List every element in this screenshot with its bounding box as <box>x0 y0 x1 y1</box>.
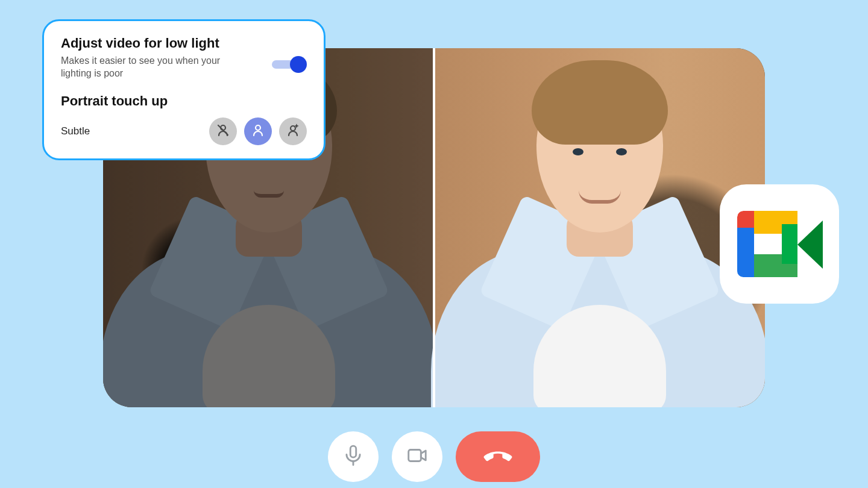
touchup-title: Portrait touch up <box>61 93 307 109</box>
video-after <box>434 48 765 407</box>
microphone-icon <box>342 444 365 469</box>
end-call-button[interactable] <box>456 431 540 482</box>
lowlight-toggle[interactable] <box>272 56 307 72</box>
svg-point-3 <box>291 126 295 131</box>
svg-rect-6 <box>409 450 421 461</box>
call-controls <box>328 431 540 482</box>
hangup-icon <box>482 440 514 474</box>
person-off-icon <box>216 123 230 140</box>
lowlight-title: Adjust video for low light <box>61 36 307 51</box>
touchup-option-enhanced[interactable] <box>279 117 307 145</box>
touchup-level-label: Subtle <box>61 125 90 137</box>
app-canvas: Adjust video for low light Makes it easi… <box>0 0 868 488</box>
person-icon <box>251 123 265 140</box>
touchup-option-subtle[interactable] <box>244 117 272 145</box>
svg-rect-4 <box>350 446 356 457</box>
touchup-option-off[interactable] <box>209 117 237 145</box>
touchup-options <box>209 117 307 145</box>
video-camera-icon <box>406 444 429 469</box>
person-sparkle-icon <box>286 123 300 140</box>
mute-button[interactable] <box>328 431 379 482</box>
comparison-divider <box>433 48 435 407</box>
google-meet-badge <box>720 184 839 304</box>
video-settings-popover: Adjust video for low light Makes it easi… <box>42 19 326 160</box>
svg-point-2 <box>256 125 260 130</box>
camera-button[interactable] <box>392 431 442 482</box>
google-meet-icon <box>737 211 822 277</box>
lowlight-subtitle: Makes it easier to see you when your lig… <box>61 55 242 80</box>
